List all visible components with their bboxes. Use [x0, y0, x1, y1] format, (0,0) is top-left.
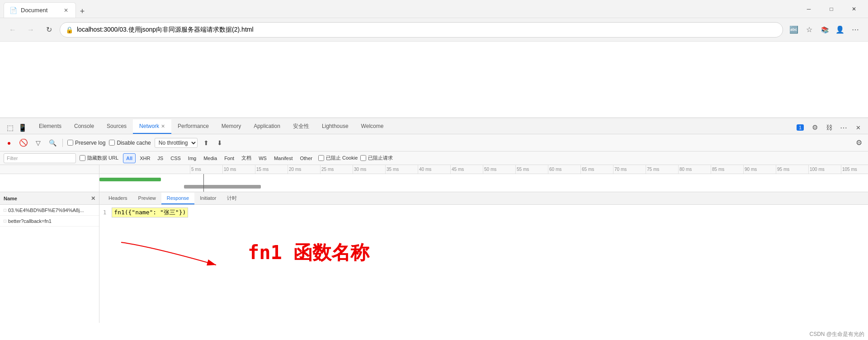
mark-40ms: 40 ms [418, 165, 450, 174]
read-aloud-button[interactable]: 🔤 [787, 23, 801, 37]
mark-35ms: 35 ms [385, 165, 418, 174]
devtools-close-button[interactable]: ✕ [852, 121, 864, 134]
tab-security[interactable]: 安全性 [287, 119, 316, 134]
disable-cache-checkbox[interactable] [109, 140, 115, 146]
row-1-name: 03.%E4%BD%BF%E7%94%A8j... [8, 208, 95, 213]
tab-lighthouse[interactable]: Lighthouse [316, 119, 355, 134]
detail-tab-preview[interactable]: Preview [133, 193, 161, 204]
filter-type-other[interactable]: Other [297, 153, 316, 163]
favorites-add-button[interactable]: ☆ [802, 23, 816, 37]
timeline-marks: 5 ms 10 ms 15 ms 20 ms 25 ms 30 ms 35 ms… [99, 165, 868, 174]
tab-console[interactable]: Console [68, 119, 100, 134]
devtools-panel: ⬚ 📱 Elements Console Sources Network ✕ P… [0, 118, 868, 323]
devtools-device-button[interactable]: 📱 [16, 121, 29, 134]
settings-more-button[interactable]: ⋯ [848, 23, 863, 37]
filter-type-js[interactable]: JS [154, 153, 166, 163]
waterfall-bar-gray [184, 185, 261, 189]
filter-type-ws[interactable]: WS [255, 153, 270, 163]
filter-type-css[interactable]: CSS [167, 153, 184, 163]
mark-105ms: 105 ms [841, 165, 868, 174]
tab-network-close[interactable]: ✕ [161, 123, 165, 129]
devtools-more-button[interactable]: ⋯ [837, 121, 850, 134]
back-button[interactable]: ← [5, 23, 20, 37]
hide-data-url-checkbox[interactable] [80, 155, 85, 161]
filter-input-container[interactable]: Filter [4, 153, 76, 163]
mark-70ms: 70 ms [613, 165, 646, 174]
forward-button[interactable]: → [24, 23, 38, 37]
tab-favicon: 📄 [9, 7, 17, 14]
disable-cache-label[interactable]: Disable cache [109, 140, 151, 146]
devtools-gear-button[interactable]: ⚙ [808, 121, 821, 134]
blocked-cookie-checkbox[interactable] [318, 155, 324, 161]
close-panel-button[interactable]: ✕ [91, 195, 95, 202]
preserve-log-label[interactable]: Preserve log [67, 140, 105, 146]
page-content-area [0, 42, 868, 118]
devtools-badge: 1 [797, 124, 804, 131]
refresh-button[interactable]: ↻ [42, 23, 56, 37]
row-2-name: better?callback=fn1 [8, 218, 95, 224]
filter-button[interactable]: ▽ [33, 137, 43, 148]
filter-type-doc[interactable]: 文档 [238, 153, 255, 163]
filter-type-all[interactable]: All [123, 153, 136, 163]
close-button[interactable]: ✕ [844, 2, 864, 16]
timeline-bar: 5 ms 10 ms 15 ms 20 ms 25 ms 30 ms 35 ms… [0, 165, 868, 174]
filter-type-img[interactable]: Img [185, 153, 199, 163]
record-button[interactable]: ● [4, 137, 14, 148]
stop-button[interactable]: 🚫 [18, 137, 29, 148]
tab-application[interactable]: Application [247, 119, 287, 134]
detail-tab-initiator[interactable]: Initiator [194, 193, 222, 204]
blocked-cookie-label[interactable]: 已阻止 Cookie [318, 155, 358, 161]
tab-sources[interactable]: Sources [100, 119, 133, 134]
response-code-highlight: fn1({"name": "张三"}) [112, 208, 188, 217]
network-settings-button[interactable]: ⚙ [854, 137, 864, 148]
collections-button[interactable]: 📚 [817, 23, 832, 37]
network-row-1[interactable]: □ 03.%E4%BD%BF%E7%94%A8j... [0, 205, 99, 216]
throttle-select[interactable]: No throttling Fast 3G Slow 3G Offline [155, 138, 198, 148]
minimize-button[interactable]: ─ [798, 2, 819, 16]
profile-button[interactable]: 👤 [833, 23, 847, 37]
hide-data-url-label[interactable]: 隐藏数据 URL [80, 155, 118, 161]
network-row-2[interactable]: □ better?callback=fn1 [0, 216, 99, 227]
mark-60ms: 60 ms [548, 165, 580, 174]
window-controls: ─ □ ✕ [798, 2, 864, 16]
blocked-requests-label[interactable]: 已阻止请求 [360, 155, 393, 161]
mark-90ms: 90 ms [743, 165, 776, 174]
mark-45ms: 45 ms [450, 165, 483, 174]
devtools-actions: 1 ⚙ ⛓ ⋯ ✕ [794, 121, 864, 134]
browser-tab[interactable]: 📄 Document ✕ [4, 2, 76, 18]
filter-type-media[interactable]: Media [200, 153, 220, 163]
detail-tab-headers[interactable]: Headers [103, 193, 133, 204]
filter-placeholder: Filter [7, 156, 18, 161]
export-button[interactable]: ⬇ [215, 138, 225, 148]
tab-performance[interactable]: Performance [171, 119, 215, 134]
row-2-icon: □ [4, 218, 6, 223]
maximize-button[interactable]: □ [821, 2, 842, 16]
waterfall-bar-green [99, 178, 161, 181]
fn1-annotation-label: fn1 函数名称 [248, 240, 864, 265]
mark-50ms: 50 ms [483, 165, 515, 174]
search-button[interactable]: 🔍 [47, 137, 58, 148]
address-bar: ← → ↻ 🔒 localhost:3000/03.使用jsonp向非同源服务器… [0, 18, 868, 42]
detail-tab-timing[interactable]: 计时 [222, 193, 242, 204]
filter-type-xhr[interactable]: XHR [137, 153, 153, 163]
import-button[interactable]: ⬆ [201, 138, 211, 148]
tab-elements[interactable]: Elements [33, 119, 68, 134]
tab-network[interactable]: Network ✕ [133, 119, 171, 134]
detail-tabs: Headers Preview Response Initiator 计时 [99, 192, 868, 205]
devtools-inspect-button[interactable]: ⬚ [4, 121, 16, 134]
url-bar[interactable]: 🔒 localhost:3000/03.使用jsonp向非同源服务器端请求数据(… [60, 22, 783, 38]
tab-close-button[interactable]: ✕ [62, 6, 70, 14]
preserve-log-checkbox[interactable] [67, 140, 73, 146]
network-list-header: Name ✕ [0, 192, 99, 205]
tab-welcome[interactable]: Welcome [355, 119, 390, 134]
detail-tab-response[interactable]: Response [161, 193, 195, 204]
filter-type-font[interactable]: Font [221, 153, 237, 163]
blocked-requests-checkbox[interactable] [360, 155, 366, 161]
tab-memory[interactable]: Memory [215, 119, 247, 134]
mark-15ms: 15 ms [255, 165, 288, 174]
filter-type-manifest[interactable]: Manifest [271, 153, 296, 163]
new-tab-button[interactable]: + [76, 5, 89, 18]
devtools-badge-button[interactable]: 1 [794, 121, 807, 134]
tab-bar: 📄 Document ✕ + [4, 0, 798, 18]
devtools-link-button[interactable]: ⛓ [823, 121, 835, 134]
